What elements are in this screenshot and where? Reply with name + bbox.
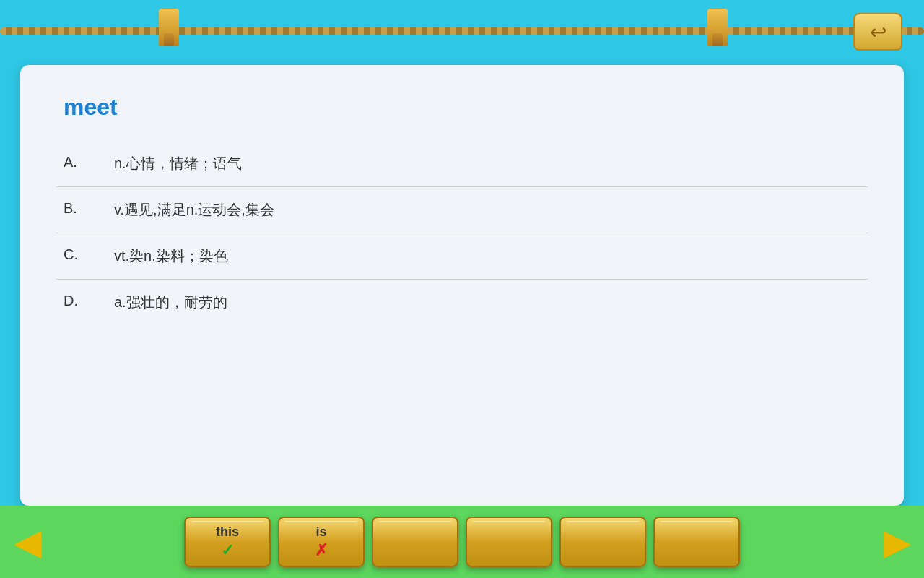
tile-3[interactable] (372, 517, 458, 567)
rope-area: ↩ (0, 0, 924, 65)
option-c-letter: C. (64, 246, 114, 263)
back-arrow-icon: ↩ (870, 20, 886, 44)
option-a-text: n.心情，情绪；语气 (114, 154, 860, 173)
tile-2[interactable]: is ✗ (278, 517, 365, 567)
option-c[interactable]: C. vt.染n.染料；染色 (56, 233, 868, 280)
option-b-letter: B. (64, 200, 114, 217)
word-tiles-container: this ✓ is ✗ (47, 517, 877, 567)
tile-4[interactable] (466, 517, 552, 567)
bottom-bar: ◀ this ✓ is ✗ ▶ (0, 506, 924, 578)
option-a-letter: A. (64, 154, 114, 171)
back-button[interactable]: ↩ (853, 13, 902, 51)
rope-decoration (0, 27, 924, 35)
quiz-word: meet (56, 94, 868, 121)
tile-2-text: is (315, 525, 326, 540)
option-c-text: vt.染n.染料；染色 (114, 246, 860, 266)
tile-1-status-icon: ✓ (221, 541, 234, 560)
clothespin-right (707, 9, 728, 46)
option-d-letter: D. (64, 293, 114, 309)
option-b[interactable]: B. v.遇见,满足n.运动会,集会 (56, 187, 868, 233)
quiz-card: meet A. n.心情，情绪；语气 B. v.遇见,满足n.运动会,集会 C.… (20, 65, 904, 506)
clothespin-left (159, 9, 179, 46)
tile-1[interactable]: this ✓ (184, 517, 271, 567)
option-a[interactable]: A. n.心情，情绪；语气 (56, 141, 868, 187)
option-d-text: a.强壮的，耐劳的 (114, 293, 860, 312)
tile-6[interactable] (653, 517, 740, 567)
tile-1-text: this (216, 525, 239, 540)
tile-5[interactable] (559, 517, 646, 567)
option-d[interactable]: D. a.强壮的，耐劳的 (56, 280, 868, 325)
right-arrow-icon: ▶ (884, 521, 911, 563)
option-b-text: v.遇见,满足n.运动会,集会 (114, 200, 860, 220)
tile-2-status-icon: ✗ (315, 541, 328, 560)
left-arrow-icon: ◀ (14, 521, 41, 563)
nav-right-button[interactable]: ▶ (877, 522, 917, 562)
nav-left-button[interactable]: ◀ (7, 522, 47, 562)
